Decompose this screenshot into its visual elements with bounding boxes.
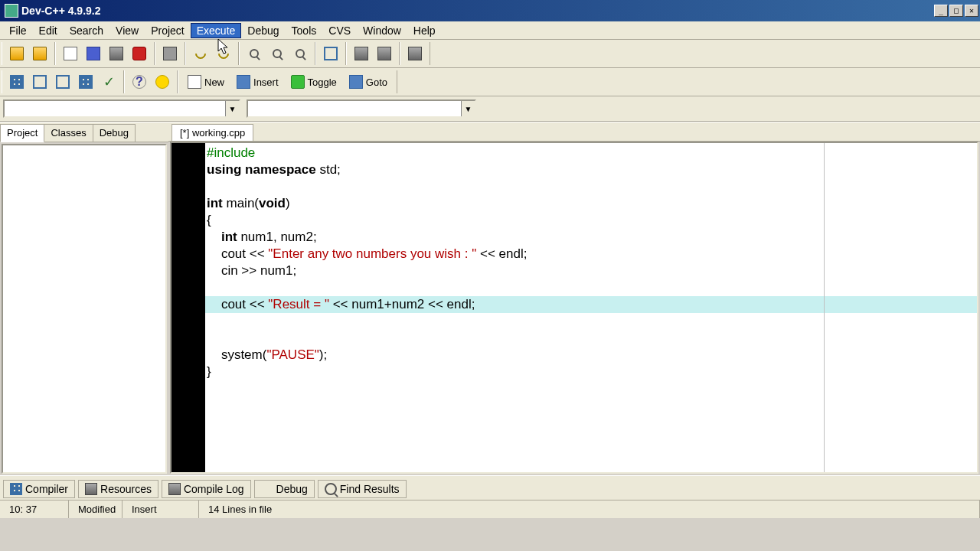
save-all-icon (109, 47, 123, 60)
new-file-button[interactable] (60, 43, 81, 64)
grid-icon (10, 75, 24, 89)
search-icon (250, 49, 259, 58)
menu-tools[interactable]: Tools (286, 23, 323, 38)
main-area: ProjectClassesDebug [*] working.cpp #inc… (0, 122, 980, 475)
grid2-icon (79, 75, 93, 89)
rebuild-icon (408, 47, 422, 60)
print-icon (163, 47, 177, 60)
main-toolbar (0, 40, 980, 68)
gutter (172, 143, 205, 472)
side-tab-debug[interactable]: Debug (93, 124, 136, 142)
left-panel: ProjectClassesDebug (0, 122, 168, 475)
code-line (205, 178, 977, 195)
find-again-button[interactable] (289, 43, 311, 64)
menu-help[interactable]: Help (407, 23, 442, 38)
close-button[interactable]: ✕ (965, 5, 978, 17)
resources-icon (85, 483, 97, 495)
check-button[interactable]: ✓ (98, 71, 119, 93)
undo-button[interactable] (190, 43, 211, 64)
menu-view[interactable]: View (109, 23, 145, 38)
side-tab-project[interactable]: Project (0, 124, 44, 142)
menu-project[interactable]: Project (145, 23, 191, 38)
editor-area: [*] working.cpp #includeusing namespace … (168, 122, 980, 475)
statusbar: 10: 37 Modified Insert 14 Lines in file (0, 500, 980, 518)
grid2-button[interactable] (75, 71, 96, 93)
menu-execute[interactable]: Execute (191, 23, 242, 38)
save-icon (87, 47, 100, 60)
file-tab-working[interactable]: [*] working.cpp (172, 124, 253, 141)
find-button[interactable] (243, 43, 265, 64)
menu-window[interactable]: Window (357, 23, 407, 38)
undo-icon (193, 46, 208, 61)
compile-button[interactable] (351, 43, 372, 64)
window-controls: _ □ ✕ (934, 5, 978, 17)
goto-label: Goto (366, 77, 387, 88)
bottom-tab-find-results[interactable]: Find Results (318, 480, 407, 498)
open-button[interactable] (6, 43, 28, 64)
side-tab-classes[interactable]: Classes (44, 124, 93, 142)
project-button[interactable] (29, 43, 51, 64)
grid1-button[interactable] (6, 71, 28, 93)
box2-icon (56, 75, 70, 89)
save-button[interactable] (83, 43, 104, 64)
status-lines: 14 Lines in file (199, 500, 980, 518)
status-modified: Modified (69, 500, 122, 518)
help-button[interactable]: ? (129, 71, 150, 93)
dropdown-icon: ▼ (461, 101, 475, 116)
replace-button[interactable] (266, 43, 288, 64)
menu-search[interactable]: Search (64, 23, 109, 38)
project-tree[interactable] (2, 144, 167, 474)
toggle-button[interactable]: Toggle (286, 71, 341, 93)
redo-button[interactable] (213, 43, 234, 64)
box-icon (33, 75, 47, 89)
redo-icon (216, 46, 231, 61)
minimize-button[interactable]: _ (934, 5, 948, 17)
code-line: #include (205, 145, 977, 161)
box1-button[interactable] (29, 71, 51, 93)
app-icon (5, 4, 18, 18)
class-combo[interactable]: ▼ (3, 99, 240, 118)
goto-line-icon (324, 47, 338, 60)
code-line: using namespace std; (205, 161, 977, 178)
goto-line-button[interactable] (320, 43, 341, 64)
insert-icon (237, 75, 250, 89)
function-combo[interactable]: ▼ (247, 99, 476, 118)
menu-cvs[interactable]: CVS (322, 23, 357, 38)
code-line (205, 279, 977, 296)
code-line: cin >> num1; (205, 262, 977, 279)
save-all-button[interactable] (106, 43, 127, 64)
combo-toolbar: ▼ ▼ (0, 96, 980, 122)
search-replace-icon (273, 49, 282, 58)
new-button[interactable]: New (183, 71, 229, 93)
bottom-tab-compiler[interactable]: Compiler (3, 480, 75, 498)
maximize-button[interactable]: □ (949, 5, 963, 17)
goto-button[interactable]: Goto (345, 71, 392, 93)
code-editor[interactable]: #includeusing namespace std; int main(vo… (170, 142, 978, 474)
bottom-tab-resources[interactable]: Resources (78, 480, 158, 498)
insert-label: Insert (253, 77, 279, 88)
about-button[interactable] (152, 71, 173, 93)
toggle-label: Toggle (308, 77, 337, 88)
menubar: FileEditSearchViewProjectExecuteDebugToo… (0, 21, 980, 40)
insert-button[interactable]: Insert (232, 71, 283, 93)
menu-edit[interactable]: Edit (33, 23, 64, 38)
toggle-icon (291, 75, 305, 89)
code-line: int num1, num2; (205, 229, 977, 246)
dropdown-icon: ▼ (225, 101, 239, 116)
code-content[interactable]: #includeusing namespace std; int main(vo… (205, 143, 977, 472)
print-margin (824, 143, 825, 472)
code-line: { (205, 212, 977, 229)
find-results-icon (325, 483, 337, 495)
smiley-icon (155, 75, 169, 89)
close-file-button[interactable] (129, 43, 150, 64)
menu-file[interactable]: File (3, 23, 33, 38)
bottom-tab-label: Compile Log (184, 483, 244, 495)
box2-button[interactable] (52, 71, 74, 93)
folder-open-icon (33, 47, 47, 60)
print-button[interactable] (159, 43, 181, 64)
bottom-tab-compile-log[interactable]: Compile Log (162, 480, 251, 498)
rebuild-button[interactable] (404, 43, 426, 64)
run-button[interactable] (374, 43, 395, 64)
menu-debug[interactable]: Debug (241, 23, 285, 38)
bottom-tab-debug[interactable]: Debug (254, 480, 315, 498)
